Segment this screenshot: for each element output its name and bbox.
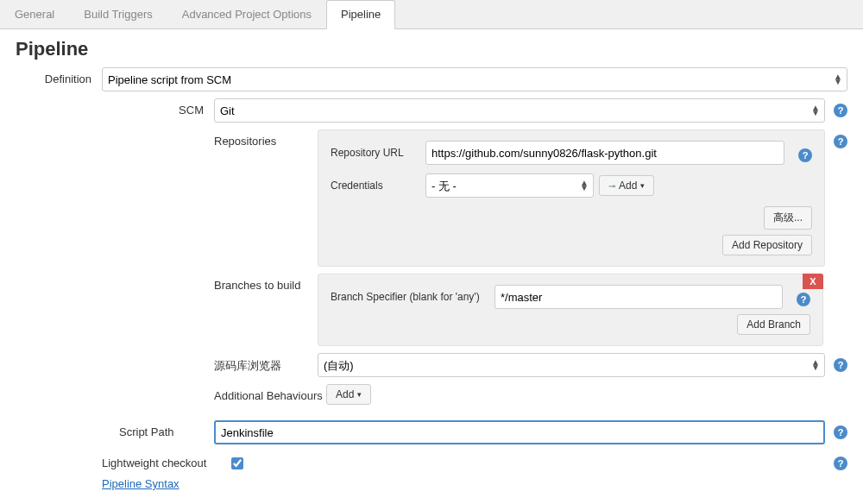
lightweight-checkbox[interactable] bbox=[231, 457, 243, 469]
script-path-label: Script Path bbox=[102, 420, 214, 438]
help-icon[interactable]: ? bbox=[834, 358, 847, 372]
scm-select[interactable]: Git bbox=[214, 98, 825, 123]
lightweight-label: Lightweight checkout bbox=[102, 451, 231, 469]
scm-label: SCM bbox=[102, 98, 214, 117]
pipeline-syntax-link[interactable]: Pipeline Syntax bbox=[102, 477, 180, 490]
help-icon[interactable]: ? bbox=[834, 425, 847, 439]
tab-pipeline[interactable]: Pipeline bbox=[326, 0, 395, 29]
config-tabs: General Build Triggers Advanced Project … bbox=[0, 0, 863, 29]
help-icon[interactable]: ? bbox=[798, 148, 812, 162]
key-icon: ⊸ bbox=[608, 181, 615, 191]
add-credentials-button[interactable]: ⊸ Add ▾ bbox=[599, 175, 654, 196]
repo-browser-select[interactable]: (自动) bbox=[318, 353, 825, 377]
add-repository-button[interactable]: Add Repository bbox=[722, 235, 812, 255]
branches-panel: X Branch Specifier (blank for 'any') ? A… bbox=[318, 274, 823, 346]
credentials-select[interactable]: - 无 - bbox=[425, 173, 594, 198]
repo-url-input[interactable] bbox=[425, 141, 784, 165]
definition-select[interactable]: Pipeline script from SCM bbox=[102, 67, 847, 91]
help-icon[interactable]: ? bbox=[834, 457, 847, 470]
help-icon[interactable]: ? bbox=[834, 135, 847, 148]
repositories-panel: Repository URL ? Credentials - 无 - ▲▼ bbox=[318, 129, 825, 267]
help-icon[interactable]: ? bbox=[834, 104, 847, 117]
tab-general[interactable]: General bbox=[0, 0, 69, 28]
repo-url-label: Repository URL bbox=[331, 147, 425, 159]
branch-specifier-input[interactable] bbox=[494, 285, 783, 309]
advanced-button[interactable]: 高级... bbox=[764, 206, 812, 230]
page-title: Pipeline bbox=[16, 38, 847, 60]
credentials-label: Credentials bbox=[331, 180, 425, 192]
add-behaviour-button[interactable]: Add ▾ bbox=[326, 384, 371, 405]
chevron-down-icon: ▾ bbox=[640, 181, 645, 190]
close-icon[interactable]: X bbox=[803, 274, 823, 289]
script-path-input[interactable] bbox=[214, 420, 825, 444]
add-branch-button[interactable]: Add Branch bbox=[737, 314, 810, 335]
tab-advanced-options[interactable]: Advanced Project Options bbox=[167, 0, 326, 28]
chevron-down-icon: ▾ bbox=[357, 390, 362, 399]
behaviours-label: Additional Behaviours bbox=[214, 384, 326, 402]
branches-label: Branches to build bbox=[214, 274, 318, 292]
help-icon[interactable]: ? bbox=[797, 293, 810, 306]
repo-browser-label: 源码库浏览器 bbox=[214, 353, 318, 374]
repositories-label: Repositories bbox=[214, 129, 318, 148]
definition-label: Definition bbox=[16, 67, 102, 85]
tab-build-triggers[interactable]: Build Triggers bbox=[69, 0, 167, 28]
branch-specifier-label: Branch Specifier (blank for 'any') bbox=[331, 291, 494, 303]
